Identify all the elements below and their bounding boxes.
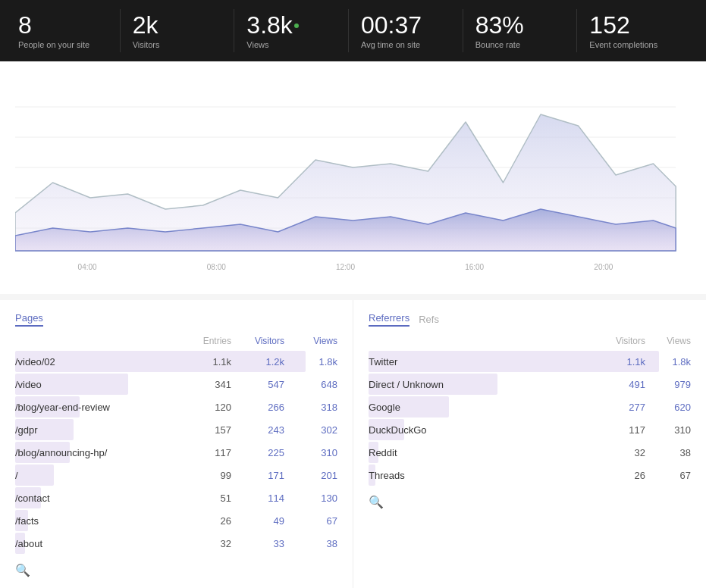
- ref-row-views: 38: [645, 447, 691, 458]
- row-page-name: /: [15, 467, 178, 484]
- stat-bounce-rate-label: Bounce rate: [475, 40, 565, 49]
- ref-row-views: 979: [645, 379, 691, 390]
- row-visitors: 49: [231, 515, 284, 527]
- ref-row-visitors: 491: [585, 379, 645, 390]
- ref-col-views-label: Views: [645, 336, 691, 346]
- ref-col-visitors-label: Visitors: [585, 336, 645, 346]
- stat-events: 152 Event completions: [577, 9, 691, 52]
- col-visitors-label: Visitors: [231, 336, 284, 346]
- stat-avg-time-value: 00:37: [361, 12, 450, 39]
- referrers-panel: Referrers Refs Visitors Views Twitter 1.…: [353, 300, 706, 588]
- pages-tab[interactable]: Pages: [15, 312, 43, 327]
- page-row-6[interactable]: /contact 51 114 130: [15, 487, 337, 508]
- pages-panel: Pages Entries Visitors Views /video/02 1…: [0, 300, 353, 588]
- stat-views-value: 3.8k: [246, 12, 336, 39]
- row-visitors: 266: [231, 402, 284, 413]
- row-entries: 99: [178, 470, 231, 481]
- chart-area: 04:00 08:00 12:00 16:00 20:00: [0, 61, 706, 294]
- row-visitors: 243: [231, 424, 284, 436]
- ref-row-4[interactable]: Reddit 32 38: [369, 442, 691, 463]
- page-row-5[interactable]: / 99 171 201: [15, 464, 337, 486]
- pages-panel-header: Pages: [15, 312, 337, 327]
- stat-visitors-label: Visitors: [133, 40, 222, 49]
- stat-events-value: 152: [589, 12, 679, 39]
- row-views: 1.8k: [284, 356, 337, 368]
- ref-row-name: Google: [369, 399, 585, 416]
- ref-row-1[interactable]: Direct / Unknown 491 979: [369, 374, 691, 395]
- ref-row-views: 310: [645, 424, 691, 436]
- row-entries: 51: [178, 493, 231, 504]
- row-entries: 32: [178, 538, 231, 549]
- x-label-2: 12:00: [336, 263, 355, 271]
- row-views: 38: [284, 538, 337, 549]
- row-views: 318: [284, 402, 337, 413]
- row-visitors: 33: [231, 538, 284, 549]
- stat-visitors-value: 2k: [133, 12, 222, 39]
- row-views: 302: [284, 424, 337, 436]
- row-views: 67: [284, 515, 337, 527]
- page-row-1[interactable]: /video 341 547 648: [15, 374, 337, 395]
- chart-svg: [15, 77, 691, 258]
- row-visitors: 547: [231, 379, 284, 390]
- row-page-name: /video: [15, 376, 178, 393]
- ref-row-visitors: 32: [585, 447, 645, 458]
- row-entries: 26: [178, 515, 231, 527]
- stat-events-label: Event completions: [589, 40, 679, 49]
- row-entries: 157: [178, 424, 231, 436]
- page-row-8[interactable]: /about 32 33 38: [15, 533, 337, 554]
- row-page-name: /contact: [15, 489, 178, 507]
- ref-row-visitors: 117: [585, 424, 645, 436]
- ref-rows: Twitter 1.1k 1.8k Direct / Unknown 491 9…: [369, 351, 691, 486]
- chart-x-labels: 04:00 08:00 12:00 16:00 20:00: [15, 258, 691, 271]
- ref-row-name: Direct / Unknown: [369, 376, 585, 393]
- page-row-0[interactable]: /video/02 1.1k 1.2k 1.8k: [15, 351, 337, 372]
- ref-row-0[interactable]: Twitter 1.1k 1.8k: [369, 351, 691, 372]
- col-entries-label: Entries: [178, 336, 231, 346]
- page-row-7[interactable]: /facts 26 49 67: [15, 510, 337, 531]
- ref-row-visitors: 277: [585, 402, 645, 413]
- ref-row-name: Reddit: [369, 444, 585, 461]
- stat-views-label: Views: [246, 40, 336, 49]
- ref-row-views: 67: [645, 470, 691, 481]
- referrers-panel-header: Referrers Refs: [369, 312, 691, 327]
- ref-row-5[interactable]: Threads 26 67: [369, 464, 691, 486]
- ref-row-name: Twitter: [369, 353, 585, 371]
- row-visitors: 1.2k: [231, 356, 284, 368]
- pages-search-icon[interactable]: 🔍: [15, 563, 337, 577]
- stat-bounce-rate: 83% Bounce rate: [463, 9, 578, 52]
- referrers-search-icon[interactable]: 🔍: [369, 495, 691, 509]
- page-row-2[interactable]: /blog/year-end-review 120 266 318: [15, 396, 337, 418]
- stat-visitors: 2k Visitors: [121, 9, 235, 52]
- stat-bounce-rate-value: 83%: [475, 12, 565, 39]
- referrers-tab[interactable]: Referrers: [369, 312, 409, 327]
- row-page-name: /blog/announcing-hp/: [15, 444, 178, 461]
- row-entries: 120: [178, 402, 231, 413]
- row-entries: 1.1k: [178, 356, 231, 368]
- row-views: 310: [284, 447, 337, 458]
- stat-avg-time-label: Avg time on site: [361, 40, 450, 49]
- row-page-name: /video/02: [15, 353, 178, 371]
- row-visitors: 114: [231, 493, 284, 504]
- ref-row-3[interactable]: DuckDuckGo 117 310: [369, 419, 691, 440]
- col-name-label: [15, 336, 178, 346]
- pages-rows: /video/02 1.1k 1.2k 1.8k /video 341 547 …: [15, 351, 337, 554]
- refs-tab[interactable]: Refs: [419, 314, 439, 325]
- stat-people-label: People on your site: [18, 40, 108, 49]
- ref-row-visitors: 1.1k: [585, 356, 645, 368]
- ref-row-visitors: 26: [585, 470, 645, 481]
- x-label-3: 16:00: [465, 263, 484, 271]
- row-visitors: 225: [231, 447, 284, 458]
- ref-row-views: 1.8k: [645, 356, 691, 368]
- ref-col-name-label: [369, 336, 585, 346]
- page-row-3[interactable]: /gdpr 157 243 302: [15, 419, 337, 440]
- stat-people-value: 8: [18, 12, 108, 39]
- page-row-4[interactable]: /blog/announcing-hp/ 117 225 310: [15, 442, 337, 463]
- x-label-4: 20:00: [594, 263, 613, 271]
- row-entries: 117: [178, 447, 231, 458]
- ref-row-2[interactable]: Google 277 620: [369, 396, 691, 418]
- row-views: 130: [284, 493, 337, 504]
- stat-people: 8 People on your site: [15, 9, 121, 52]
- x-label-1: 08:00: [207, 263, 226, 271]
- row-page-name: /about: [15, 535, 178, 552]
- header-bar: 8 People on your site 2k Visitors 3.8k V…: [0, 0, 706, 61]
